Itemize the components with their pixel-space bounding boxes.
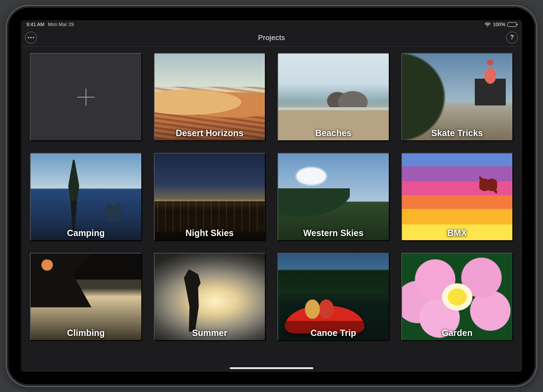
project-tile[interactable]: Skate Tricks [401,53,513,141]
ipad-device-frame: 9:41 AM Mon Mar 29 100% [8,7,535,385]
new-project-button[interactable] [30,53,142,141]
project-tile[interactable]: Canoe Trip [277,253,389,341]
project-title: Climbing [31,328,141,338]
nav-bar: Projects ? [21,29,522,47]
project-tile[interactable]: Western Skies [277,153,389,241]
project-tile[interactable]: Camping [30,153,142,241]
project-title: Night Skies [155,228,265,238]
project-title: Western Skies [278,228,389,238]
project-tile[interactable]: Beaches [277,53,389,141]
project-thumbnail [402,54,513,140]
home-indicator[interactable] [230,367,313,369]
projects-scroll[interactable]: Desert Horizons Beaches Skate Tricks Cam… [21,47,522,372]
help-button[interactable]: ? [506,32,518,44]
project-thumbnail [278,253,389,340]
project-tile[interactable]: Desert Horizons [154,53,266,141]
wifi-icon [485,22,491,27]
project-thumbnail [278,154,389,240]
project-thumbnail [278,54,389,140]
project-tile[interactable]: Climbing [30,253,142,341]
more-button[interactable] [25,32,37,44]
status-battery-pct: 100% [493,22,505,27]
project-thumbnail [31,253,141,340]
project-thumbnail [155,154,265,240]
project-title: Camping [31,228,141,238]
plus-icon [75,86,97,108]
ellipsis-icon [28,37,34,38]
status-time: 9:41 AM [26,22,44,27]
project-title: Summer [155,328,265,338]
project-tile[interactable]: Night Skies [154,153,266,241]
projects-grid: Desert Horizons Beaches Skate Tricks Cam… [30,53,513,341]
project-tile[interactable]: BMX [401,153,513,241]
project-title: BMX [402,228,513,238]
project-tile[interactable]: Summer [154,253,266,341]
project-title: Canoe Trip [278,328,389,338]
project-title: Beaches [278,128,389,138]
status-date: Mon Mar 29 [48,22,74,27]
project-thumbnail [402,154,513,240]
project-thumbnail [31,154,141,240]
screen: 9:41 AM Mon Mar 29 100% [21,20,522,372]
project-thumbnail [402,253,513,340]
project-title: Desert Horizons [155,128,265,138]
project-tile[interactable]: Garden [401,253,513,341]
question-icon: ? [510,34,514,41]
battery-icon [507,22,517,27]
status-bar: 9:41 AM Mon Mar 29 100% [21,20,522,29]
page-title: Projects [37,33,506,42]
project-title: Skate Tricks [402,128,513,138]
project-thumbnail [155,253,265,340]
project-title: Garden [402,328,513,338]
project-thumbnail [155,54,265,140]
